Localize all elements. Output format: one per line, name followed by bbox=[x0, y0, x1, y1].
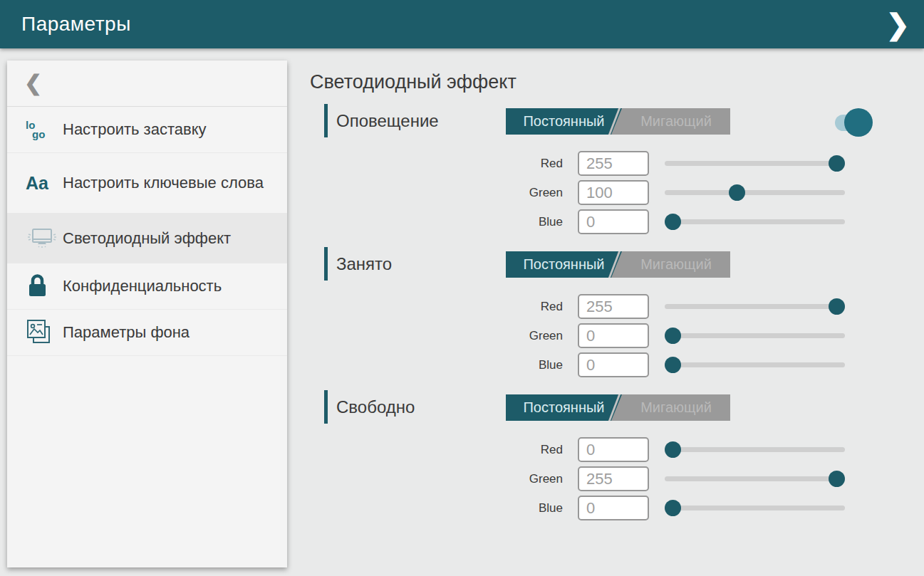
blue-input[interactable] bbox=[578, 352, 649, 377]
blue-input[interactable] bbox=[578, 209, 649, 234]
keywords-icon: Aa bbox=[26, 173, 63, 194]
slider-track bbox=[665, 190, 845, 195]
slider-thumb[interactable] bbox=[829, 298, 845, 315]
red-input[interactable] bbox=[578, 437, 649, 462]
blue-label: Blue bbox=[310, 358, 563, 372]
section-label: Занято bbox=[336, 254, 392, 274]
led-effect-panel: Светодиодный эффект Оповещение Постоянны… bbox=[310, 71, 901, 525]
green-label: Green bbox=[310, 186, 563, 200]
slider-thumb[interactable] bbox=[829, 471, 845, 487]
red-slider[interactable] bbox=[665, 437, 845, 462]
mode-toggle-busy: Постоянный Мигающий bbox=[506, 251, 730, 278]
red-slider[interactable] bbox=[665, 294, 845, 319]
green-input[interactable] bbox=[578, 180, 649, 205]
slider-thumb[interactable] bbox=[665, 214, 681, 230]
mode-toggle-notification: Постоянный Мигающий bbox=[506, 108, 730, 135]
notification-led-switch[interactable] bbox=[835, 108, 873, 137]
slider-track bbox=[665, 362, 845, 367]
slider-track bbox=[665, 161, 845, 166]
constant-mode-button[interactable]: Постоянный bbox=[506, 108, 622, 135]
sidebar-item-led-effect[interactable]: Светодиодный эффект bbox=[7, 214, 287, 263]
constant-mode-button[interactable]: Постоянный bbox=[506, 394, 622, 421]
section-label: Свободно bbox=[336, 397, 415, 417]
section-label: Оповещение bbox=[336, 111, 439, 131]
sidebar-item-label: Светодиодный эффект bbox=[63, 229, 231, 248]
sidebar: ❮ lo go Настроить заставку Aa Настроить … bbox=[7, 61, 287, 567]
red-input[interactable] bbox=[578, 294, 649, 319]
red-slider[interactable] bbox=[665, 151, 845, 176]
images-icon bbox=[26, 318, 63, 347]
chevron-left-icon: ❮ bbox=[24, 73, 42, 94]
red-label: Red bbox=[310, 300, 563, 314]
sidebar-item-screensaver[interactable]: lo go Настроить заставку bbox=[7, 107, 287, 153]
slider-thumb[interactable] bbox=[665, 500, 681, 516]
mode-toggle-free: Постоянный Мигающий bbox=[506, 394, 730, 421]
blinking-mode-button[interactable]: Мигающий bbox=[622, 394, 730, 421]
sidebar-item-label: Настроить заставку bbox=[63, 120, 207, 140]
green-label: Green bbox=[310, 329, 563, 343]
monitor-icon bbox=[26, 226, 63, 251]
green-slider[interactable] bbox=[665, 180, 845, 205]
switch-knob bbox=[844, 108, 873, 137]
blue-input[interactable] bbox=[578, 496, 649, 520]
green-input[interactable] bbox=[578, 323, 649, 348]
sidebar-item-label: Настроить ключевые слова bbox=[63, 173, 264, 193]
page-title: Светодиодный эффект bbox=[310, 71, 901, 93]
slider-track bbox=[665, 219, 845, 224]
section-accent-bar bbox=[324, 247, 328, 281]
slider-track bbox=[665, 506, 845, 510]
constant-mode-button[interactable]: Постоянный bbox=[506, 251, 622, 278]
logo-icon: lo go bbox=[26, 120, 63, 139]
green-label: Green bbox=[310, 472, 563, 486]
slider-track bbox=[665, 447, 845, 452]
header-bar: Параметры ❯ bbox=[0, 0, 924, 48]
blue-label: Blue bbox=[310, 501, 563, 515]
red-label: Red bbox=[310, 443, 563, 457]
section-notification: Оповещение Постоянный Мигающий Red bbox=[310, 104, 901, 234]
slider-thumb[interactable] bbox=[665, 357, 681, 373]
slider-thumb[interactable] bbox=[665, 328, 681, 344]
sidebar-item-privacy[interactable]: Конфиденциальность bbox=[7, 263, 287, 310]
blue-slider[interactable] bbox=[665, 496, 845, 520]
slider-thumb[interactable] bbox=[729, 184, 745, 201]
blue-slider[interactable] bbox=[665, 352, 845, 377]
sidebar-collapse-button[interactable]: ❮ bbox=[7, 61, 287, 107]
sidebar-item-keywords[interactable]: Aa Настроить ключевые слова bbox=[7, 153, 287, 214]
blue-label: Blue bbox=[310, 215, 563, 229]
chevron-right-icon[interactable]: ❯ bbox=[886, 10, 910, 38]
sidebar-item-label: Конфиденциальность bbox=[63, 276, 222, 296]
sidebar-item-label: Параметры фона bbox=[63, 323, 190, 342]
slider-track bbox=[665, 333, 845, 338]
slider-thumb[interactable] bbox=[665, 441, 681, 458]
lock-icon bbox=[26, 273, 63, 299]
section-accent-bar bbox=[324, 104, 328, 137]
red-label: Red bbox=[310, 157, 563, 171]
section-busy: Занято Постоянный Мигающий Red Green bbox=[310, 247, 901, 377]
slider-track bbox=[665, 476, 845, 481]
green-slider[interactable] bbox=[665, 466, 845, 491]
section-free: Свободно Постоянный Мигающий Red Green bbox=[310, 390, 901, 520]
blinking-mode-button[interactable]: Мигающий bbox=[622, 108, 730, 135]
app-title: Параметры bbox=[21, 13, 131, 36]
red-input[interactable] bbox=[578, 151, 649, 176]
sidebar-item-background[interactable]: Параметры фона bbox=[7, 310, 287, 356]
blue-slider[interactable] bbox=[665, 209, 845, 234]
blinking-mode-button[interactable]: Мигающий bbox=[622, 251, 730, 278]
green-input[interactable] bbox=[578, 466, 649, 491]
slider-track bbox=[665, 304, 845, 309]
section-accent-bar bbox=[324, 390, 328, 424]
green-slider[interactable] bbox=[665, 323, 845, 348]
slider-thumb[interactable] bbox=[829, 155, 845, 172]
